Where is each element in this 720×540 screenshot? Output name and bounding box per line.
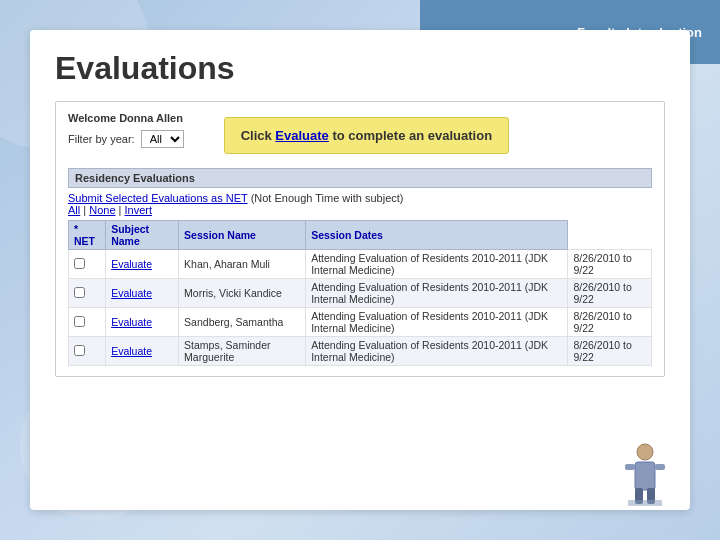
col-dates: Session Dates [306, 221, 568, 250]
subject-name: Stamps, Saminder Marguerite [179, 337, 306, 366]
sep1: | [80, 204, 89, 216]
row-checkbox[interactable] [74, 287, 85, 298]
notice-prefix: Click [241, 128, 276, 143]
evaluate-notice: Click Evaluate to complete an evaluation [224, 117, 509, 154]
subject-name: Morris, Vicki Kandice [179, 279, 306, 308]
main-content: Evaluations Welcome Donna Allen Filter b… [30, 30, 690, 510]
invert-link[interactable]: Invert [125, 204, 153, 216]
row-checkbox[interactable] [74, 345, 85, 356]
evaluations-table: * NET Subject Name Session Name Session … [68, 220, 652, 366]
none-link[interactable]: None [89, 204, 115, 216]
top-controls: Welcome Donna Allen Filter by year: All … [68, 112, 652, 158]
person-icon [620, 440, 670, 500]
page-title: Evaluations [55, 50, 665, 87]
table-row: EvaluateStamps, Saminder MargueriteAtten… [69, 337, 652, 366]
left-controls: Welcome Donna Allen Filter by year: All [68, 112, 184, 158]
submit-net-link[interactable]: Submit Selected Evaluations as NET [68, 192, 248, 204]
svg-rect-5 [655, 464, 665, 470]
submit-note: (Not Enough Time with subject) [251, 192, 404, 204]
evaluate-link[interactable]: Evaluate [111, 287, 152, 299]
session-name: Attending Evaluation of Residents 2010-2… [306, 279, 568, 308]
welcome-text: Welcome Donna Allen [68, 112, 184, 124]
session-dates: 8/26/2010 to 9/22 [568, 279, 652, 308]
notice-suffix: to complete an evaluation [329, 128, 492, 143]
col-session: Session Name [179, 221, 306, 250]
session-name: Attending Evaluation of Residents 2010-2… [306, 308, 568, 337]
session-dates: 8/26/2010 to 9/22 [568, 250, 652, 279]
evaluate-link[interactable]: Evaluate [111, 345, 152, 357]
table-row: EvaluateKhan, Aharan MuliAttending Evalu… [69, 250, 652, 279]
inner-panel: Welcome Donna Allen Filter by year: All … [55, 101, 665, 377]
svg-point-0 [637, 444, 653, 460]
svg-rect-1 [635, 462, 655, 490]
row-checkbox[interactable] [74, 258, 85, 269]
session-dates: 8/26/2010 to 9/22 [568, 337, 652, 366]
session-name: Attending Evaluation of Residents 2010-2… [306, 337, 568, 366]
subject-name: Khan, Aharan Muli [179, 250, 306, 279]
col-subject: Subject Name [106, 221, 179, 250]
evaluate-notice-link[interactable]: Evaluate [275, 128, 328, 143]
sep2: | [116, 204, 125, 216]
session-name: Attending Evaluation of Residents 2010-2… [306, 250, 568, 279]
table-row: EvaluateMorris, Vicki KandiceAttending E… [69, 279, 652, 308]
svg-rect-4 [625, 464, 635, 470]
section-header: Residency Evaluations [68, 168, 652, 188]
filter-year-select[interactable]: All [141, 130, 184, 148]
svg-rect-6 [628, 500, 662, 506]
filter-row: Filter by year: All [68, 130, 184, 148]
subject-name: Sandberg, Samantha [179, 308, 306, 337]
evaluate-link[interactable]: Evaluate [111, 316, 152, 328]
table-header-row: * NET Subject Name Session Name Session … [69, 221, 652, 250]
evaluate-link[interactable]: Evaluate [111, 258, 152, 270]
links-row: Submit Selected Evaluations as NET (Not … [68, 192, 652, 216]
row-checkbox[interactable] [74, 316, 85, 327]
filter-label: Filter by year: [68, 133, 135, 145]
col-net: * NET [69, 221, 106, 250]
all-link[interactable]: All [68, 204, 80, 216]
table-row: EvaluateSandberg, SamanthaAttending Eval… [69, 308, 652, 337]
session-dates: 8/26/2010 to 9/22 [568, 308, 652, 337]
